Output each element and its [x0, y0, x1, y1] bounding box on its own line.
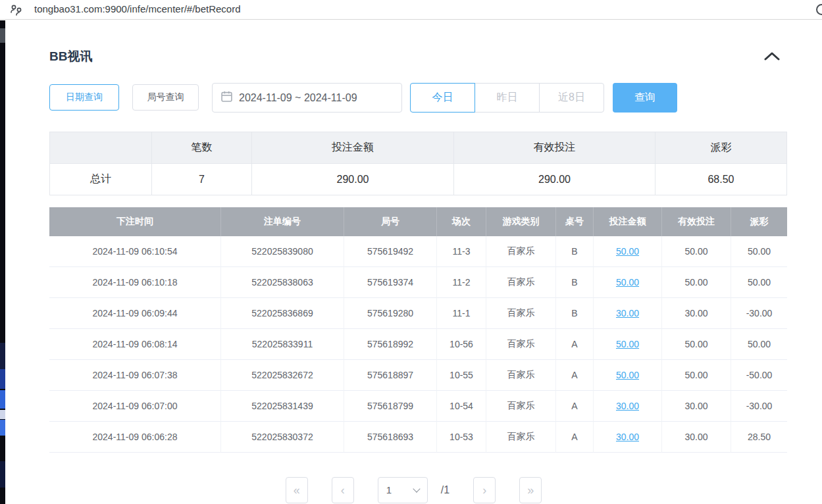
cell-valid-bet: 30.00: [662, 298, 731, 329]
summary-total-count: 7: [152, 164, 252, 195]
cell-round-number: 575618897: [344, 360, 437, 391]
header-round-number: 局号: [344, 207, 437, 236]
summary-total-payout: 68.50: [655, 164, 787, 195]
cell-round-number: 575619492: [344, 236, 437, 267]
cell-round-number: 575618992: [344, 329, 437, 360]
bet-amount-link[interactable]: 50.00: [616, 339, 639, 349]
bet-amount-link[interactable]: 30.00: [616, 308, 639, 318]
cell-valid-bet: 50.00: [662, 236, 731, 267]
quick-last8days-button[interactable]: 近8日: [539, 83, 604, 113]
cell-table-number: B: [556, 236, 594, 267]
header-session: 场次: [437, 207, 486, 236]
table-row: 2024-11-09 06:07:00 522025831439 5756187…: [49, 391, 787, 422]
cell-bet-amount: 50.00: [594, 236, 662, 267]
header-payout: 派彩: [731, 207, 787, 236]
cell-bet-time: 2024-11-09 06:08:14: [49, 329, 221, 360]
cell-payout: 50.00: [731, 329, 787, 360]
quick-date-group: 今日 昨日 近8日: [410, 83, 604, 113]
quick-today-button[interactable]: 今日: [410, 83, 475, 113]
cell-table-number: A: [556, 329, 594, 360]
table-row: 2024-11-09 06:08:14 522025833911 5756189…: [49, 329, 787, 360]
last-page-button[interactable]: »: [519, 477, 542, 503]
cell-bet-number: 522025836869: [221, 298, 344, 329]
browser-address-bar: tongbao31.com:9900/infe/mcenter/#/betRec…: [0, 0, 822, 20]
cell-bet-time: 2024-11-09 06:06:28: [49, 422, 221, 453]
summary-header-payout: 派彩: [655, 132, 787, 164]
profile-switcher-icon[interactable]: [10, 4, 23, 16]
cell-session: 10-54: [437, 391, 486, 422]
cell-payout: 50.00: [731, 267, 787, 298]
page-total-label: /1: [441, 484, 450, 496]
page-select[interactable]: 1: [378, 477, 428, 503]
cell-valid-bet: 30.00: [662, 422, 731, 453]
background-fragment: [0, 390, 5, 409]
summary-total-label: 总计: [50, 164, 152, 195]
calendar-icon: [221, 91, 232, 105]
cell-game-type: 百家乐: [486, 360, 556, 391]
cell-bet-amount: 50.00: [594, 329, 662, 360]
cell-bet-amount: 30.00: [594, 298, 662, 329]
summary-header-empty: [50, 132, 152, 164]
next-page-button[interactable]: ›: [473, 477, 496, 503]
cell-bet-number: 522025831439: [221, 391, 344, 422]
background-fragment: [0, 369, 5, 389]
cell-table-number: A: [556, 360, 594, 391]
cell-round-number: 575618799: [344, 391, 437, 422]
cell-bet-time: 2024-11-09 06:10:18: [49, 267, 221, 298]
cell-bet-time: 2024-11-09 06:10:54: [49, 236, 221, 267]
cell-table-number: A: [556, 422, 594, 453]
cell-table-number: B: [556, 298, 594, 329]
table-row: 2024-11-09 06:06:28 522025830372 5756186…: [49, 422, 787, 453]
cell-game-type: 百家乐: [486, 391, 556, 422]
first-page-button[interactable]: «: [286, 477, 308, 503]
summary-header-valid-bet: 有效投注: [454, 132, 655, 164]
cell-valid-bet: 50.00: [662, 267, 731, 298]
summary-table: 笔数 投注金额 有效投注 派彩 总计 7 290.00 290.00 68.50: [49, 132, 787, 195]
date-range-value: 2024-11-09 ~ 2024-11-09: [239, 92, 357, 104]
header-game-type: 游戏类别: [486, 207, 556, 236]
search-button[interactable]: 查询: [613, 83, 677, 113]
collapse-section-button[interactable]: [762, 49, 782, 64]
table-row: 2024-11-09 06:10:54 522025839080 5756194…: [49, 236, 787, 267]
cell-bet-amount: 30.00: [594, 422, 662, 453]
table-row: 2024-11-09 06:09:44 522025836869 5756192…: [49, 298, 787, 329]
summary-total-row: 总计 7 290.00 290.00 68.50: [50, 164, 787, 195]
page-title: BB视讯: [49, 48, 92, 65]
header-table-number: 桌号: [556, 207, 594, 236]
cell-payout: -30.00: [731, 391, 787, 422]
cell-session: 11-1: [437, 298, 486, 329]
url-text[interactable]: tongbao31.com:9900/infe/mcenter/#/betRec…: [34, 3, 241, 14]
cell-round-number: 575619374: [344, 267, 437, 298]
header-valid-bet: 有效投注: [662, 207, 731, 236]
chevron-down-icon: [413, 485, 420, 492]
bet-amount-link[interactable]: 30.00: [616, 401, 639, 411]
background-fragment: [0, 420, 5, 436]
summary-header-bet-amount: 投注金额: [252, 132, 454, 164]
cell-session: 11-3: [437, 236, 486, 267]
date-query-tab[interactable]: 日期查询: [49, 84, 119, 111]
cell-payout: 50.00: [731, 236, 787, 267]
header-bet-amount: 投注金额: [594, 207, 662, 236]
cell-bet-time: 2024-11-09 06:07:38: [49, 360, 221, 391]
cell-valid-bet: 50.00: [662, 360, 731, 391]
bet-amount-link[interactable]: 50.00: [616, 277, 639, 288]
refresh-icon[interactable]: [816, 4, 822, 15]
bet-amount-link[interactable]: 50.00: [616, 370, 639, 380]
round-query-tab[interactable]: 局号查询: [132, 84, 199, 111]
bet-amount-link[interactable]: 50.00: [616, 246, 639, 257]
background-fragment: [0, 28, 5, 43]
cell-bet-time: 2024-11-09 06:07:00: [49, 391, 221, 422]
background-fragment: [0, 410, 5, 419]
cell-bet-amount: 50.00: [594, 267, 662, 298]
cell-session: 10-53: [437, 422, 486, 453]
summary-header-row: 笔数 投注金额 有效投注 派彩: [50, 132, 787, 164]
cell-game-type: 百家乐: [486, 267, 556, 298]
header-bet-time: 下注时间: [49, 207, 221, 236]
cell-payout: -50.00: [731, 360, 787, 391]
date-range-picker[interactable]: 2024-11-09 ~ 2024-11-09: [212, 83, 402, 113]
quick-yesterday-button[interactable]: 昨日: [475, 83, 540, 113]
prev-page-button[interactable]: ‹: [332, 477, 354, 503]
cell-session: 10-56: [437, 329, 486, 360]
table-row: 2024-11-09 06:10:18 522025838063 5756193…: [49, 267, 787, 298]
bet-amount-link[interactable]: 30.00: [616, 432, 639, 442]
